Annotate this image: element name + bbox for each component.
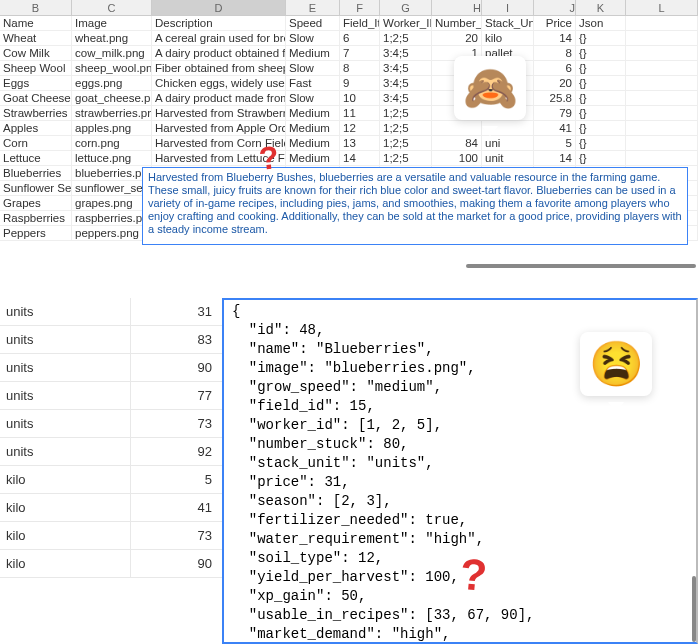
kv-key[interactable]: units bbox=[0, 410, 130, 437]
column-letter-J[interactable]: J bbox=[534, 0, 576, 15]
cell[interactable]: Slow bbox=[286, 91, 340, 105]
kv-key[interactable]: kilo bbox=[0, 522, 130, 549]
cell[interactable]: Eggs bbox=[0, 76, 72, 90]
cell[interactable] bbox=[626, 46, 698, 60]
cell[interactable]: 3:4;5 bbox=[380, 61, 432, 75]
kv-value[interactable]: 73 bbox=[130, 522, 222, 549]
cell[interactable]: 6 bbox=[534, 61, 576, 75]
cell[interactable]: 7 bbox=[340, 46, 380, 60]
column-letter-G[interactable]: G bbox=[380, 0, 432, 15]
kv-key[interactable]: units bbox=[0, 298, 130, 325]
header-cell[interactable]: Field_It bbox=[340, 16, 380, 30]
header-cell[interactable]: Image bbox=[72, 16, 152, 30]
cell[interactable]: A dairy product made from goat's bbox=[152, 91, 286, 105]
cell[interactable]: Medium bbox=[286, 46, 340, 60]
cell[interactable]: {} bbox=[576, 106, 626, 120]
cell[interactable]: {} bbox=[576, 76, 626, 90]
cell[interactable]: Medium bbox=[286, 151, 340, 165]
column-letter-C[interactable]: C bbox=[72, 0, 152, 15]
cell[interactable]: Lettuce bbox=[0, 151, 72, 165]
cell[interactable]: Fiber obtained from sheep, used bbox=[152, 61, 286, 75]
cell[interactable]: A cereal grain used for bread, pa bbox=[152, 31, 286, 45]
cell[interactable] bbox=[626, 61, 698, 75]
cell[interactable] bbox=[626, 91, 698, 105]
cell[interactable] bbox=[626, 76, 698, 90]
header-cell[interactable]: Speed bbox=[286, 16, 340, 30]
header-cell[interactable]: Name bbox=[0, 16, 72, 30]
cell[interactable]: {} bbox=[576, 61, 626, 75]
header-cell[interactable]: Worker_ID bbox=[380, 16, 432, 30]
cell[interactable]: Cow Milk bbox=[0, 46, 72, 60]
cell[interactable]: sheep_wool.png bbox=[72, 61, 152, 75]
cell[interactable]: 8 bbox=[534, 46, 576, 60]
cell[interactable]: peppers.png bbox=[72, 226, 152, 240]
cell[interactable]: Chicken eggs, widely used in coo bbox=[152, 76, 286, 90]
cell[interactable]: blueberries.png bbox=[72, 166, 152, 180]
kv-key[interactable]: kilo bbox=[0, 494, 130, 521]
cell[interactable] bbox=[626, 31, 698, 45]
vertical-scrollbar-handle[interactable] bbox=[692, 576, 696, 642]
cell[interactable]: Grapes bbox=[0, 196, 72, 210]
cell[interactable]: kilo bbox=[482, 31, 534, 45]
cell[interactable]: {} bbox=[576, 46, 626, 60]
cell[interactable]: 20 bbox=[534, 76, 576, 90]
cell[interactable]: grapes.png bbox=[72, 196, 152, 210]
cell[interactable]: 3:4;5 bbox=[380, 91, 432, 105]
kv-value[interactable]: 31 bbox=[130, 298, 222, 325]
column-letter-D[interactable]: D bbox=[152, 0, 286, 15]
cell[interactable]: Medium bbox=[286, 106, 340, 120]
column-letter-H[interactable]: H bbox=[432, 0, 482, 15]
cell[interactable]: lettuce.png bbox=[72, 151, 152, 165]
cell[interactable]: Raspberries bbox=[0, 211, 72, 225]
horizontal-scrollbar-handle[interactable] bbox=[466, 264, 696, 268]
kv-key[interactable]: units bbox=[0, 438, 130, 465]
cell[interactable]: {} bbox=[576, 121, 626, 135]
kv-key[interactable]: units bbox=[0, 354, 130, 381]
cell[interactable]: 3:4;5 bbox=[380, 46, 432, 60]
cell[interactable]: 25.8 bbox=[534, 91, 576, 105]
cell[interactable]: corn.png bbox=[72, 136, 152, 150]
kv-key[interactable]: kilo bbox=[0, 466, 130, 493]
column-letter-B[interactable]: B bbox=[0, 0, 72, 15]
cell[interactable] bbox=[626, 136, 698, 150]
kv-key[interactable]: kilo bbox=[0, 550, 130, 577]
header-cell[interactable]: Stack_Unit bbox=[482, 16, 534, 30]
header-cell[interactable]: Description bbox=[152, 16, 286, 30]
cell[interactable]: Sheep Wool bbox=[0, 61, 72, 75]
cell[interactable]: 8 bbox=[340, 61, 380, 75]
cell[interactable]: uni bbox=[482, 136, 534, 150]
kv-value[interactable]: 5 bbox=[130, 466, 222, 493]
cell[interactable]: Slow bbox=[286, 61, 340, 75]
header-cell[interactable]: Number_ bbox=[432, 16, 482, 30]
cell[interactable]: 11 bbox=[340, 106, 380, 120]
header-cell[interactable]: Price bbox=[534, 16, 576, 30]
cell[interactable]: 14 bbox=[340, 151, 380, 165]
cell[interactable]: Harvested from Apple Orchard. bbox=[152, 121, 286, 135]
kv-value[interactable]: 92 bbox=[130, 438, 222, 465]
column-letter-I[interactable]: I bbox=[482, 0, 534, 15]
kv-value[interactable]: 41 bbox=[130, 494, 222, 521]
cell[interactable]: raspberries.png bbox=[72, 211, 152, 225]
kv-value[interactable]: 90 bbox=[130, 354, 222, 381]
cell[interactable]: unit bbox=[482, 151, 534, 165]
column-letter-K[interactable]: K bbox=[576, 0, 626, 15]
cell[interactable]: Sunflower Seeds bbox=[0, 181, 72, 195]
cell[interactable]: {} bbox=[576, 151, 626, 165]
kv-key[interactable]: units bbox=[0, 382, 130, 409]
cell[interactable]: cow_milk.png bbox=[72, 46, 152, 60]
cell[interactable] bbox=[626, 151, 698, 165]
cell[interactable]: 100 bbox=[432, 151, 482, 165]
kv-value[interactable]: 77 bbox=[130, 382, 222, 409]
header-cell[interactable]: Json bbox=[576, 16, 626, 30]
kv-value[interactable]: 90 bbox=[130, 550, 222, 577]
cell[interactable]: Apples bbox=[0, 121, 72, 135]
cell[interactable]: eggs.png bbox=[72, 76, 152, 90]
cell[interactable]: 84 bbox=[432, 136, 482, 150]
kv-value[interactable]: 73 bbox=[130, 410, 222, 437]
kv-key[interactable]: units bbox=[0, 326, 130, 353]
cell[interactable]: Harvested from Strawberry Field bbox=[152, 106, 286, 120]
cell[interactable]: wheat.png bbox=[72, 31, 152, 45]
cell[interactable]: 41 bbox=[534, 121, 576, 135]
cell[interactable]: 9 bbox=[340, 76, 380, 90]
cell[interactable]: Slow bbox=[286, 31, 340, 45]
